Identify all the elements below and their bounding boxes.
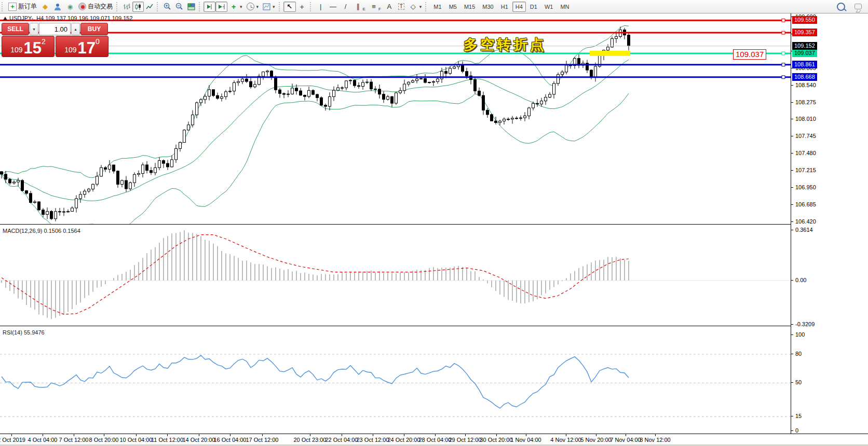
- buy-button[interactable]: BUY: [80, 23, 108, 35]
- new-order-label: 新订单: [18, 2, 37, 11]
- time-tick: [136, 434, 137, 436]
- chart-title: USDJPY-, H4 109.137 109.196 109.071 109.…: [3, 15, 133, 21]
- periods-button[interactable]: ▾: [245, 2, 261, 12]
- candlestick-button[interactable]: [132, 2, 144, 12]
- channel-icon: ∥: [354, 3, 362, 11]
- time-tick: [435, 434, 436, 436]
- fibonacci-icon: ≡: [370, 3, 378, 11]
- time-tick: [526, 434, 526, 436]
- market-watch-icon: ◆: [41, 3, 49, 11]
- price-tick-label: 106.420: [795, 218, 816, 226]
- cursor-button[interactable]: ↖: [283, 2, 296, 12]
- time-tick: [465, 434, 466, 436]
- toolbar: + 新订单 ◆ ◉ 自动交易 + ▾: [0, 0, 868, 13]
- channel-sub-label: E: [363, 7, 365, 11]
- buy-price-tile[interactable]: 109 17 0: [56, 36, 108, 57]
- time-axis-label: 4 Oct 04:00: [28, 437, 58, 443]
- tile-windows-icon: [187, 3, 195, 10]
- price-tick-label: 107.745: [795, 132, 816, 140]
- chart-shift-button[interactable]: [215, 2, 227, 12]
- new-order-icon: +: [8, 3, 17, 11]
- sell-price-tile[interactable]: 109 15 2: [2, 36, 55, 57]
- rsi-scale-label: 80: [795, 350, 802, 358]
- time-axis-label: 17 Oct 12:00: [246, 437, 279, 443]
- volume-input[interactable]: [39, 23, 71, 35]
- zoom-out-button[interactable]: [173, 2, 185, 12]
- fibonacci-button[interactable]: ≡ F: [368, 2, 383, 12]
- bar-chart-icon: [123, 3, 130, 10]
- timeframe-button[interactable]: M1: [430, 2, 444, 12]
- current-price-badge: 109.152: [792, 42, 817, 50]
- autotrading-button[interactable]: 自动交易: [76, 2, 115, 12]
- macd-indicator-label: MACD(12,26,9) 0.1506 0.1564: [3, 228, 80, 234]
- time-axis-label: 28 Oct 04:00: [419, 437, 452, 443]
- time-axis-label: 22 Oct 04:00: [326, 437, 358, 443]
- community-button[interactable]: [51, 2, 64, 12]
- rsi-scale-label: 100: [795, 331, 805, 339]
- chat-button[interactable]: [852, 2, 864, 12]
- rsi-panel[interactable]: [0, 327, 791, 434]
- price-line-badge: 109.550: [792, 16, 817, 24]
- search-button[interactable]: [835, 2, 847, 12]
- timeframe-button[interactable]: D1: [527, 2, 540, 12]
- macd-panel[interactable]: [0, 226, 791, 326]
- trendline-button[interactable]: /: [340, 2, 352, 12]
- rsi-scale-label: 50: [795, 379, 802, 386]
- time-tick: [262, 434, 263, 436]
- time-tick: [655, 434, 656, 436]
- sell-button[interactable]: SELL: [2, 23, 29, 35]
- tile-windows-button[interactable]: [185, 2, 197, 12]
- price-tick-label: 107.215: [795, 166, 816, 174]
- arrows-icon: ◇: [409, 3, 417, 11]
- horizontal-line-button[interactable]: —: [327, 2, 340, 12]
- fibonacci-sub-label: F: [378, 7, 381, 11]
- text-button[interactable]: A: [383, 2, 396, 12]
- auto-scroll-button[interactable]: [204, 2, 215, 12]
- symbol-marker-icon: [3, 17, 7, 20]
- time-scale[interactable]: 2 Oct 20194 Oct 04:007 Oct 12:008 Oct 20…: [0, 434, 868, 445]
- crosshair-button[interactable]: +: [296, 2, 308, 12]
- new-order-button[interactable]: + 新订单: [6, 2, 39, 12]
- arrows-button[interactable]: ◇ ▾: [407, 2, 424, 12]
- price-tick-label: 106.685: [795, 201, 816, 208]
- market-watch-button[interactable]: ◆: [39, 2, 51, 12]
- templates-button[interactable]: ▾: [261, 2, 277, 12]
- price-chart[interactable]: [0, 13, 791, 224]
- macd-scale-label: -0.3209: [795, 320, 815, 328]
- buy-price-base: 109: [64, 46, 76, 54]
- sell-price-base: 109: [10, 46, 22, 54]
- timeframe-button[interactable]: W1: [541, 2, 557, 12]
- price-scale[interactable]: 109.600109.335109.070108.805108.540108.2…: [791, 13, 868, 434]
- zoom-in-icon: [164, 3, 171, 10]
- time-axis-label: 23 Oct 12:00: [357, 437, 389, 443]
- line-chart-button[interactable]: [144, 2, 155, 12]
- template-icon: [263, 3, 270, 10]
- toolbar-grip: [199, 2, 201, 11]
- bar-chart-button[interactable]: [121, 2, 132, 12]
- volume-decrease-button[interactable]: ▾: [30, 23, 38, 35]
- timeframe-button[interactable]: MN: [557, 2, 572, 12]
- rsi-indicator-label: RSI(14) 55.9476: [3, 329, 45, 336]
- signals-button[interactable]: ◉: [64, 2, 76, 12]
- indicators-button[interactable]: + ▾: [227, 2, 245, 12]
- price-callout-label: 109.037: [733, 49, 766, 60]
- time-tick: [11, 434, 12, 436]
- zoom-in-button[interactable]: [161, 2, 173, 12]
- time-axis-label: 24 Oct 20:00: [388, 437, 421, 443]
- label-button[interactable]: T: [396, 2, 407, 12]
- timeframe-button[interactable]: H4: [512, 2, 526, 12]
- time-tick: [43, 434, 43, 436]
- zoom-out-icon: [175, 3, 183, 10]
- timeframe-button[interactable]: M5: [446, 2, 460, 12]
- timeframe-button[interactable]: M30: [479, 2, 496, 12]
- channel-button[interactable]: ∥ E: [352, 2, 368, 12]
- volume-increase-button[interactable]: ▴: [71, 23, 80, 35]
- time-axis-label: 11 Oct 12:00: [151, 437, 183, 443]
- timeframe-button[interactable]: M15: [461, 2, 478, 12]
- timeframe-button[interactable]: H1: [498, 2, 511, 12]
- vertical-line-button[interactable]: |: [315, 2, 327, 12]
- price-line-badge: 109.037: [792, 49, 817, 57]
- toolbar-grip: [310, 2, 313, 11]
- chart-annotation: 多空转折点: [464, 35, 547, 54]
- time-axis-label: 4 Nov 12:00: [550, 437, 581, 443]
